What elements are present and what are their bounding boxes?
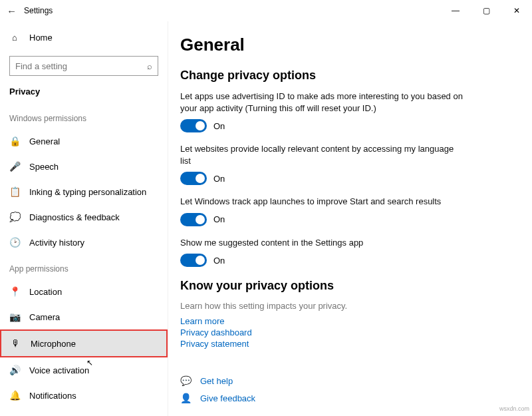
section-heading-privacy-options: Change privacy options <box>180 69 532 83</box>
nav-microphone[interactable]: 🎙Microphone <box>1 331 166 356</box>
link-get-help[interactable]: Get help <box>200 376 233 386</box>
feedback-icon: 👤 <box>180 393 191 403</box>
nav-voice-activation[interactable]: 🔊Voice activation <box>0 357 168 383</box>
location-icon: 📍 <box>9 286 20 297</box>
link-privacy-statement[interactable]: Privacy statement <box>180 339 532 349</box>
sidebar: ⌂ Home ⌕ Privacy Windows permissions 🔒Ge… <box>0 21 168 416</box>
nav-inking[interactable]: 📋Inking & typing personalization <box>0 179 168 204</box>
search-input[interactable] <box>15 61 128 71</box>
notifications-icon: 🔔 <box>9 390 20 401</box>
home-nav[interactable]: ⌂ Home <box>0 25 168 49</box>
window-title: Settings <box>24 6 53 15</box>
nav-camera[interactable]: 📷Camera <box>0 304 168 329</box>
section-app-permissions: App permissions <box>0 255 168 279</box>
close-button[interactable]: ✕ <box>501 0 532 21</box>
minimize-button[interactable]: — <box>440 0 471 21</box>
home-label: Home <box>29 33 53 43</box>
inking-icon: 📋 <box>9 186 20 197</box>
content-pane: General Change privacy options Let apps … <box>168 21 532 416</box>
help-icon: 💬 <box>180 375 191 386</box>
voice-icon: 🔊 <box>9 365 20 375</box>
option-app-launches-desc: Let Windows track app launches to improv… <box>180 196 466 208</box>
toggle-language-list-state: On <box>213 174 225 184</box>
category-label: Privacy <box>0 84 168 104</box>
nav-location[interactable]: 📍Location <box>0 279 168 304</box>
link-privacy-dashboard[interactable]: Privacy dashboard <box>180 327 532 337</box>
search-icon: ⌕ <box>147 61 152 71</box>
link-give-feedback[interactable]: Give feedback <box>200 393 255 403</box>
page-heading: General <box>180 35 532 55</box>
know-subtext: Learn how this setting impacts your priv… <box>180 301 532 311</box>
speech-icon: 🎤 <box>9 161 20 172</box>
toggle-advertising-id[interactable] <box>180 119 207 132</box>
section-heading-know-options: Know your privacy options <box>180 279 532 293</box>
link-learn-more[interactable]: Learn more <box>180 316 532 326</box>
toggle-app-launches[interactable] <box>180 213 207 226</box>
nav-notifications[interactable]: 🔔Notifications <box>0 383 168 408</box>
toggle-language-list[interactable] <box>180 172 207 185</box>
watermark: wsxdn.com <box>499 405 529 412</box>
history-icon: 🕑 <box>9 237 20 248</box>
maximize-button[interactable]: ▢ <box>471 0 501 21</box>
microphone-icon: 🎙 <box>11 338 21 349</box>
back-button[interactable]: ← <box>7 5 24 17</box>
nav-speech[interactable]: 🎤Speech <box>0 154 168 179</box>
option-language-list-desc: Let websites provide locally relevant co… <box>180 143 466 166</box>
option-suggested-content-desc: Show me suggested content in the Setting… <box>180 237 466 249</box>
camera-icon: 📷 <box>9 312 20 322</box>
nav-activity-history[interactable]: 🕑Activity history <box>0 230 168 255</box>
toggle-app-launches-state: On <box>213 214 225 224</box>
toggle-advertising-id-state: On <box>213 121 225 131</box>
nav-general[interactable]: 🔒General <box>0 128 168 154</box>
nav-diagnostics[interactable]: 💭Diagnostics & feedback <box>0 204 168 230</box>
toggle-suggested-content-state: On <box>213 256 225 266</box>
toggle-suggested-content[interactable] <box>180 254 207 267</box>
option-advertising-id-desc: Let apps use advertising ID to make ads … <box>180 91 466 114</box>
lock-icon: 🔒 <box>9 136 20 146</box>
section-windows-permissions: Windows permissions <box>0 104 168 128</box>
diagnostics-icon: 💭 <box>9 212 20 222</box>
home-icon: ⌂ <box>9 33 20 43</box>
search-box[interactable]: ⌕ <box>9 56 158 76</box>
